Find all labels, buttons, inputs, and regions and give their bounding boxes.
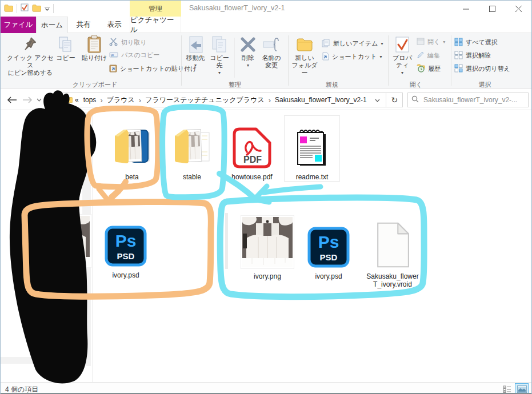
photoshop-psd-icon — [105, 213, 147, 268]
close-button[interactable] — [505, 1, 531, 17]
cut-button[interactable]: 切り取り — [109, 38, 147, 47]
pin-to-quick-access-button[interactable]: クイック アクセス にピン留めする — [4, 35, 57, 77]
move-to-dropdown-icon: ▾ — [183, 62, 207, 69]
document-icon — [363, 214, 422, 269]
group-label-select: 選択 — [452, 81, 518, 89]
file-item-vroid[interactable]: Sakusaku_flowerT_ivory.vroid — [363, 214, 422, 288]
tab-picture-tools[interactable]: ピクチャツール — [130, 17, 181, 33]
status-bar: 4 個の項目 — [1, 382, 531, 394]
file-item-stable-ivory-png[interactable]: ivory.png — [240, 214, 295, 280]
properties-quick-icon[interactable] — [21, 3, 29, 14]
invert-selection-button[interactable]: 選択の切り替え — [454, 64, 510, 74]
properties-dropdown-icon: ▾ — [390, 69, 415, 77]
file-item-stable[interactable]: stable — [165, 117, 219, 181]
breadcrumb-item[interactable]: tops — [81, 96, 99, 104]
paste-button[interactable]: 貼り付け — [79, 35, 109, 62]
new-folder-button[interactable]: 新しい フォルダー — [291, 35, 318, 77]
new-shortcut-icon — [322, 52, 329, 62]
minimize-button[interactable] — [453, 1, 479, 17]
select-all-button[interactable]: すべて選択 — [454, 38, 498, 47]
folder-beta-icon — [105, 117, 159, 170]
app-folder-icon — [4, 3, 13, 14]
navpane-horizontal-scrollbar[interactable] — [1, 357, 91, 364]
file-item-beta-ivory-png[interactable]: ivory.png — [37, 213, 92, 279]
new-folder-quick-icon[interactable] — [32, 3, 41, 14]
delete-button[interactable]: 削除 ▾ — [237, 35, 259, 69]
scroll-up-icon[interactable] — [82, 114, 91, 120]
manage-contextual-tab[interactable]: 管理 — [130, 1, 181, 17]
file-label: ivory.psd — [307, 272, 350, 280]
file-label: ivory.png — [37, 271, 92, 279]
properties-button[interactable]: プロパティ ▾ — [390, 35, 415, 77]
maximize-button[interactable] — [479, 1, 505, 17]
edit-button[interactable]: 編集 — [417, 51, 440, 60]
open-icon — [417, 38, 425, 46]
image-thumbnail-icon — [37, 213, 92, 268]
breadcrumb: « tops › ブラウス › フラワーステッチチュニックブラウス › Saku… — [60, 93, 403, 107]
explorer-window: Ps PSD PDF — [0, 0, 532, 394]
new-folder-icon — [291, 35, 318, 54]
up-icon[interactable] — [44, 93, 57, 107]
chevron-right-icon: › — [137, 96, 143, 104]
breadcrumb-item[interactable]: フラワーステッチチュニックブラウス — [143, 95, 267, 105]
open-button[interactable]: 開く▾ — [417, 38, 445, 46]
history-button[interactable]: 履歴 — [417, 64, 441, 74]
paste-icon — [79, 35, 109, 54]
breadcrumb-item-current[interactable]: Sakusaku_flowerT_ivory_v2-1 — [273, 96, 369, 104]
select-none-button[interactable]: 選択解除 — [454, 51, 491, 61]
search-icon — [411, 95, 419, 105]
move-to-button[interactable]: 移動先 ▾ — [183, 35, 207, 69]
copy-to-icon — [207, 35, 231, 54]
photoshop-psd-icon — [307, 214, 350, 269]
invert-selection-icon — [454, 64, 463, 74]
rename-button[interactable]: 名前の 変更 — [259, 35, 284, 69]
pdf-icon — [225, 117, 279, 170]
new-item-button[interactable]: 新しいアイテム▾ — [322, 39, 383, 49]
notepad-icon — [285, 117, 339, 170]
search-input[interactable] — [422, 95, 525, 104]
search-box — [407, 93, 529, 107]
address-dropdown-icon[interactable] — [369, 96, 386, 104]
history-icon — [417, 64, 425, 74]
move-to-icon — [183, 35, 207, 54]
copy-to-button[interactable]: コピー先 ▾ — [207, 35, 231, 77]
copy-icon — [53, 35, 78, 54]
address-row: « tops › ブラウス › フラワーステッチチュニックブラウス › Saku… — [1, 90, 531, 110]
group-label-clipboard: クリップボード — [52, 81, 138, 89]
file-item-howtouse-pdf[interactable]: howtouse.pdf — [225, 117, 279, 181]
new-shortcut-button[interactable]: ショートカット▾ — [322, 52, 382, 62]
tab-home[interactable]: ホーム — [36, 17, 68, 33]
recent-locations-icon[interactable] — [35, 93, 43, 107]
image-thumbnail-icon — [240, 214, 295, 269]
new-item-icon — [322, 39, 330, 49]
refresh-icon[interactable]: ↻ — [386, 93, 403, 107]
chevron-right-icon: › — [98, 96, 104, 104]
file-item-beta-ivory-psd[interactable]: ivory.psd — [105, 213, 147, 279]
group-label-organize: 整理 — [195, 81, 275, 89]
collapsed-crumbs[interactable]: « — [73, 96, 81, 104]
forward-icon[interactable] — [21, 93, 34, 107]
folder-stable-icon — [165, 117, 219, 170]
file-label: howtouse.pdf — [225, 173, 279, 181]
file-item-stable-ivory-psd[interactable]: ivory.psd — [307, 214, 350, 280]
chevron-right-icon: › — [267, 96, 273, 104]
pin-icon — [4, 35, 57, 54]
delete-icon — [237, 35, 259, 54]
tab-share[interactable]: 共有 — [68, 17, 99, 33]
back-icon[interactable] — [5, 93, 19, 107]
copy-path-button[interactable]: w... パスのコピー — [109, 51, 159, 59]
group-label-open: 開く — [385, 81, 447, 89]
file-item-beta[interactable]: beta — [105, 117, 159, 181]
copy-button[interactable]: コピー — [53, 35, 78, 62]
delete-dropdown-icon: ▾ — [237, 62, 259, 69]
tab-view[interactable]: 表示 — [99, 17, 130, 33]
file-label: ivory.png — [240, 272, 295, 280]
file-label: Sakusaku_flowerT_ivory.vroid — [363, 272, 422, 288]
tab-file[interactable]: ファイル — [1, 17, 36, 33]
properties-icon — [390, 35, 415, 54]
select-all-icon — [454, 38, 463, 47]
file-item-readme-txt[interactable]: readme.txt — [285, 116, 339, 181]
pane-separator — [92, 110, 93, 382]
qat-customize-icon[interactable] — [45, 3, 50, 14]
breadcrumb-item[interactable]: ブラウス — [105, 95, 137, 105]
